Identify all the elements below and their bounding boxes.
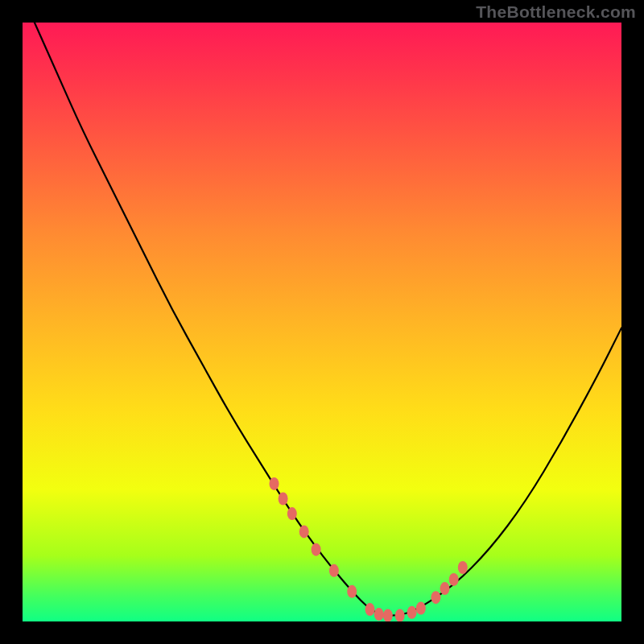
marker-dot (395, 609, 405, 621)
marker-dot (347, 585, 357, 598)
watermark-text: TheBottleneck.com (476, 2, 636, 22)
marker-dot (407, 606, 417, 619)
highlight-markers (270, 477, 468, 621)
chart-svg (23, 23, 621, 621)
marker-dot (365, 603, 375, 616)
marker-dot (374, 608, 384, 621)
marker-dot (440, 582, 450, 595)
marker-dot (287, 507, 297, 520)
marker-dot (279, 493, 288, 506)
marker-dot (312, 543, 321, 556)
marker-dot (299, 525, 309, 538)
marker-dot (416, 602, 426, 615)
chart-frame: TheBottleneck.com (0, 0, 644, 644)
marker-dot (458, 561, 468, 574)
marker-dot (383, 609, 393, 621)
marker-dot (270, 477, 279, 490)
marker-dot (449, 573, 459, 586)
marker-dot (431, 591, 440, 604)
bottleneck-curve (35, 23, 621, 616)
plot-area (23, 23, 621, 621)
marker-dot (329, 564, 339, 577)
